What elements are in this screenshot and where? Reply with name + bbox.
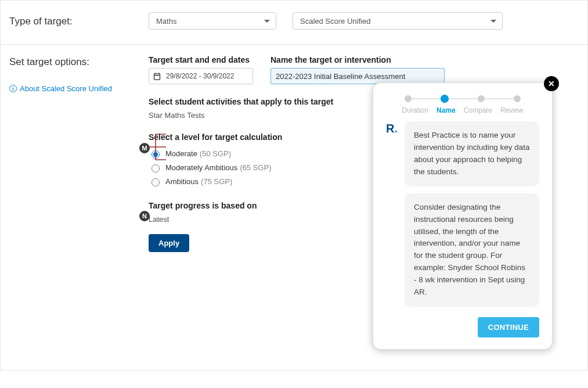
fields-top: Target start and end dates 29/8/2022 - 3… — [149, 55, 579, 84]
dates-label: Target start and end dates — [149, 55, 253, 64]
step-bar — [412, 98, 441, 99]
dates-field: Target start and end dates 29/8/2022 - 3… — [149, 55, 253, 84]
dates-value: 29/8/2022 - 30/9/2022 — [166, 72, 234, 80]
step-dot-name — [441, 95, 449, 103]
popup-stepper — [386, 95, 539, 103]
step-bar — [485, 98, 514, 99]
level-sgp: (65 SGP) — [240, 163, 271, 172]
set-target-row: Set target options: i About Scaled Score… — [1, 45, 587, 370]
continue-button[interactable]: CONTINUE — [478, 317, 539, 337]
popup-footer: CONTINUE — [386, 317, 539, 337]
name-field: Name the target or intervention — [270, 55, 445, 84]
callout-badge-n: N — [139, 211, 150, 221]
info-icon: i — [9, 85, 17, 92]
level-sgp: (50 SGP) — [200, 149, 231, 158]
step-dot-compare — [478, 95, 485, 102]
scale-select-value: Scaled Score Unified — [300, 17, 370, 26]
level-label: Ambitious — [165, 177, 199, 186]
step-label-review: Review — [500, 106, 523, 114]
set-target-label: Set target options: — [9, 56, 89, 67]
radio-moderate[interactable] — [151, 150, 160, 159]
popup-message-1: Best Practice is to name your interventi… — [405, 121, 539, 186]
set-target-label-col: Set target options: i About Scaled Score… — [9, 55, 149, 355]
step-bar — [449, 98, 478, 99]
about-link[interactable]: i About Scaled Score Unified — [9, 84, 149, 93]
calendar-icon — [153, 72, 161, 81]
step-label-duration: Duration — [402, 106, 428, 114]
level-label: Moderate — [165, 149, 197, 158]
step-dot-duration — [405, 95, 412, 102]
popup-bubbles: Best Practice is to name your interventi… — [405, 121, 539, 307]
type-of-target-row: Type of target: Maths Scaled Score Unifi… — [1, 0, 587, 45]
step-label-compare: Compare — [464, 106, 492, 114]
dates-picker[interactable]: 29/8/2022 - 30/9/2022 — [149, 68, 253, 84]
subject-select-value: Maths — [156, 17, 176, 26]
close-icon[interactable]: ✕ — [544, 76, 559, 91]
level-label: Moderately Ambitious — [165, 163, 237, 172]
popup-message-2: Consider designating the instructional r… — [405, 193, 539, 307]
chevron-down-icon — [490, 20, 496, 23]
page-container: Type of target: Maths Scaled Score Unifi… — [0, 0, 588, 371]
callout-badge-m: M — [139, 143, 150, 153]
radio-ambitious[interactable] — [151, 178, 160, 186]
type-of-target-label: Type of target: — [9, 15, 149, 27]
popup-body: R. Best Practice is to name your interve… — [386, 121, 539, 307]
radio-moderately-ambitious[interactable] — [151, 164, 160, 173]
subject-select[interactable]: Maths — [149, 12, 276, 30]
chevron-down-icon — [264, 20, 270, 23]
about-link-text: About Scaled Score Unified — [20, 84, 112, 93]
name-label: Name the target or intervention — [270, 55, 445, 64]
brand-logo-icon: R. — [386, 123, 399, 307]
apply-button[interactable]: Apply — [149, 234, 189, 252]
popup-step-labels: Duration Name Compare Review — [386, 106, 539, 114]
close-glyph: ✕ — [548, 79, 555, 88]
step-label-name: Name — [437, 106, 456, 114]
step-dot-review — [514, 95, 521, 102]
tip-popup: ✕ Duration Name Compare Review R. — [373, 82, 553, 350]
scale-select[interactable]: Scaled Score Unified — [293, 12, 503, 30]
name-input[interactable] — [270, 68, 445, 84]
level-sgp: (75 SGP) — [201, 177, 232, 186]
